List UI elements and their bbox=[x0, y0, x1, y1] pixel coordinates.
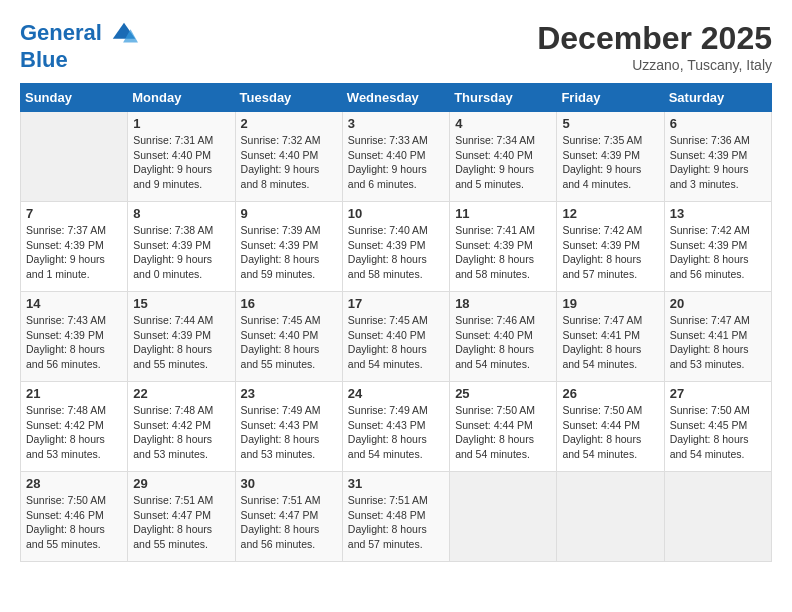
day-info: Sunrise: 7:49 AM Sunset: 4:43 PM Dayligh… bbox=[348, 403, 444, 462]
calendar-week-row: 28Sunrise: 7:50 AM Sunset: 4:46 PM Dayli… bbox=[21, 472, 772, 562]
day-number: 15 bbox=[133, 296, 229, 311]
weekday-header: Friday bbox=[557, 84, 664, 112]
calendar-week-row: 21Sunrise: 7:48 AM Sunset: 4:42 PM Dayli… bbox=[21, 382, 772, 472]
calendar-header-row: SundayMondayTuesdayWednesdayThursdayFrid… bbox=[21, 84, 772, 112]
calendar-cell: 8Sunrise: 7:38 AM Sunset: 4:39 PM Daylig… bbox=[128, 202, 235, 292]
day-info: Sunrise: 7:46 AM Sunset: 4:40 PM Dayligh… bbox=[455, 313, 551, 372]
day-info: Sunrise: 7:47 AM Sunset: 4:41 PM Dayligh… bbox=[670, 313, 766, 372]
calendar-cell: 18Sunrise: 7:46 AM Sunset: 4:40 PM Dayli… bbox=[450, 292, 557, 382]
calendar-cell: 24Sunrise: 7:49 AM Sunset: 4:43 PM Dayli… bbox=[342, 382, 449, 472]
day-info: Sunrise: 7:37 AM Sunset: 4:39 PM Dayligh… bbox=[26, 223, 122, 282]
day-info: Sunrise: 7:31 AM Sunset: 4:40 PM Dayligh… bbox=[133, 133, 229, 192]
page-header: General Blue December 2025 Uzzano, Tusca… bbox=[20, 20, 772, 73]
calendar-cell: 17Sunrise: 7:45 AM Sunset: 4:40 PM Dayli… bbox=[342, 292, 449, 382]
day-number: 12 bbox=[562, 206, 658, 221]
month-title: December 2025 bbox=[537, 20, 772, 57]
calendar-cell: 19Sunrise: 7:47 AM Sunset: 4:41 PM Dayli… bbox=[557, 292, 664, 382]
day-info: Sunrise: 7:45 AM Sunset: 4:40 PM Dayligh… bbox=[241, 313, 337, 372]
weekday-header: Thursday bbox=[450, 84, 557, 112]
calendar-cell: 16Sunrise: 7:45 AM Sunset: 4:40 PM Dayli… bbox=[235, 292, 342, 382]
calendar-cell bbox=[664, 472, 771, 562]
day-info: Sunrise: 7:48 AM Sunset: 4:42 PM Dayligh… bbox=[26, 403, 122, 462]
day-number: 17 bbox=[348, 296, 444, 311]
day-number: 1 bbox=[133, 116, 229, 131]
day-info: Sunrise: 7:39 AM Sunset: 4:39 PM Dayligh… bbox=[241, 223, 337, 282]
day-info: Sunrise: 7:36 AM Sunset: 4:39 PM Dayligh… bbox=[670, 133, 766, 192]
logo-text2: Blue bbox=[20, 48, 138, 72]
calendar-cell: 11Sunrise: 7:41 AM Sunset: 4:39 PM Dayli… bbox=[450, 202, 557, 292]
calendar-week-row: 7Sunrise: 7:37 AM Sunset: 4:39 PM Daylig… bbox=[21, 202, 772, 292]
day-info: Sunrise: 7:43 AM Sunset: 4:39 PM Dayligh… bbox=[26, 313, 122, 372]
day-number: 19 bbox=[562, 296, 658, 311]
day-number: 13 bbox=[670, 206, 766, 221]
day-info: Sunrise: 7:50 AM Sunset: 4:46 PM Dayligh… bbox=[26, 493, 122, 552]
calendar-cell: 9Sunrise: 7:39 AM Sunset: 4:39 PM Daylig… bbox=[235, 202, 342, 292]
calendar-cell: 13Sunrise: 7:42 AM Sunset: 4:39 PM Dayli… bbox=[664, 202, 771, 292]
calendar-cell: 25Sunrise: 7:50 AM Sunset: 4:44 PM Dayli… bbox=[450, 382, 557, 472]
day-number: 31 bbox=[348, 476, 444, 491]
calendar-cell: 15Sunrise: 7:44 AM Sunset: 4:39 PM Dayli… bbox=[128, 292, 235, 382]
day-info: Sunrise: 7:41 AM Sunset: 4:39 PM Dayligh… bbox=[455, 223, 551, 282]
day-number: 4 bbox=[455, 116, 551, 131]
location: Uzzano, Tuscany, Italy bbox=[537, 57, 772, 73]
day-info: Sunrise: 7:51 AM Sunset: 4:47 PM Dayligh… bbox=[241, 493, 337, 552]
calendar-cell: 30Sunrise: 7:51 AM Sunset: 4:47 PM Dayli… bbox=[235, 472, 342, 562]
calendar-cell: 21Sunrise: 7:48 AM Sunset: 4:42 PM Dayli… bbox=[21, 382, 128, 472]
day-number: 21 bbox=[26, 386, 122, 401]
calendar-body: 1Sunrise: 7:31 AM Sunset: 4:40 PM Daylig… bbox=[21, 112, 772, 562]
calendar-cell: 20Sunrise: 7:47 AM Sunset: 4:41 PM Dayli… bbox=[664, 292, 771, 382]
calendar-cell: 14Sunrise: 7:43 AM Sunset: 4:39 PM Dayli… bbox=[21, 292, 128, 382]
day-info: Sunrise: 7:42 AM Sunset: 4:39 PM Dayligh… bbox=[670, 223, 766, 282]
weekday-header: Wednesday bbox=[342, 84, 449, 112]
calendar-cell: 26Sunrise: 7:50 AM Sunset: 4:44 PM Dayli… bbox=[557, 382, 664, 472]
day-info: Sunrise: 7:48 AM Sunset: 4:42 PM Dayligh… bbox=[133, 403, 229, 462]
calendar-cell bbox=[557, 472, 664, 562]
calendar-cell: 22Sunrise: 7:48 AM Sunset: 4:42 PM Dayli… bbox=[128, 382, 235, 472]
day-info: Sunrise: 7:49 AM Sunset: 4:43 PM Dayligh… bbox=[241, 403, 337, 462]
day-number: 18 bbox=[455, 296, 551, 311]
day-info: Sunrise: 7:47 AM Sunset: 4:41 PM Dayligh… bbox=[562, 313, 658, 372]
day-info: Sunrise: 7:40 AM Sunset: 4:39 PM Dayligh… bbox=[348, 223, 444, 282]
day-number: 27 bbox=[670, 386, 766, 401]
day-number: 14 bbox=[26, 296, 122, 311]
title-block: December 2025 Uzzano, Tuscany, Italy bbox=[537, 20, 772, 73]
day-info: Sunrise: 7:42 AM Sunset: 4:39 PM Dayligh… bbox=[562, 223, 658, 282]
logo-text: General bbox=[20, 20, 138, 48]
day-number: 2 bbox=[241, 116, 337, 131]
day-number: 23 bbox=[241, 386, 337, 401]
day-number: 5 bbox=[562, 116, 658, 131]
day-number: 9 bbox=[241, 206, 337, 221]
weekday-header: Monday bbox=[128, 84, 235, 112]
day-number: 10 bbox=[348, 206, 444, 221]
day-number: 29 bbox=[133, 476, 229, 491]
day-number: 28 bbox=[26, 476, 122, 491]
weekday-header: Saturday bbox=[664, 84, 771, 112]
day-number: 25 bbox=[455, 386, 551, 401]
day-number: 6 bbox=[670, 116, 766, 131]
day-info: Sunrise: 7:50 AM Sunset: 4:44 PM Dayligh… bbox=[455, 403, 551, 462]
day-info: Sunrise: 7:35 AM Sunset: 4:39 PM Dayligh… bbox=[562, 133, 658, 192]
logo: General Blue bbox=[20, 20, 138, 72]
day-info: Sunrise: 7:33 AM Sunset: 4:40 PM Dayligh… bbox=[348, 133, 444, 192]
day-info: Sunrise: 7:44 AM Sunset: 4:39 PM Dayligh… bbox=[133, 313, 229, 372]
day-number: 7 bbox=[26, 206, 122, 221]
day-number: 24 bbox=[348, 386, 444, 401]
day-number: 8 bbox=[133, 206, 229, 221]
calendar-cell: 23Sunrise: 7:49 AM Sunset: 4:43 PM Dayli… bbox=[235, 382, 342, 472]
calendar-cell: 2Sunrise: 7:32 AM Sunset: 4:40 PM Daylig… bbox=[235, 112, 342, 202]
day-number: 22 bbox=[133, 386, 229, 401]
calendar-cell: 27Sunrise: 7:50 AM Sunset: 4:45 PM Dayli… bbox=[664, 382, 771, 472]
weekday-header: Sunday bbox=[21, 84, 128, 112]
calendar-week-row: 1Sunrise: 7:31 AM Sunset: 4:40 PM Daylig… bbox=[21, 112, 772, 202]
calendar-cell: 28Sunrise: 7:50 AM Sunset: 4:46 PM Dayli… bbox=[21, 472, 128, 562]
calendar-cell: 12Sunrise: 7:42 AM Sunset: 4:39 PM Dayli… bbox=[557, 202, 664, 292]
day-info: Sunrise: 7:45 AM Sunset: 4:40 PM Dayligh… bbox=[348, 313, 444, 372]
calendar-cell: 10Sunrise: 7:40 AM Sunset: 4:39 PM Dayli… bbox=[342, 202, 449, 292]
calendar-cell bbox=[450, 472, 557, 562]
calendar-cell: 7Sunrise: 7:37 AM Sunset: 4:39 PM Daylig… bbox=[21, 202, 128, 292]
day-info: Sunrise: 7:34 AM Sunset: 4:40 PM Dayligh… bbox=[455, 133, 551, 192]
weekday-header: Tuesday bbox=[235, 84, 342, 112]
day-number: 20 bbox=[670, 296, 766, 311]
calendar-cell: 3Sunrise: 7:33 AM Sunset: 4:40 PM Daylig… bbox=[342, 112, 449, 202]
calendar-week-row: 14Sunrise: 7:43 AM Sunset: 4:39 PM Dayli… bbox=[21, 292, 772, 382]
